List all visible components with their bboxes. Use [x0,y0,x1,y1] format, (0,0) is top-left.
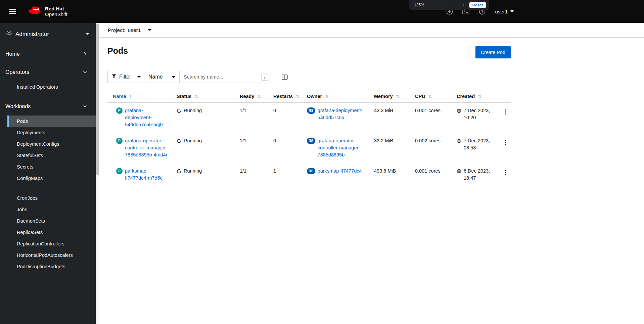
sort-icon[interactable]: ⇅ [194,94,198,99]
sidebar-item-home[interactable]: Home [0,45,96,63]
sync-running-icon [177,169,181,176]
sort-icon[interactable]: ⇅ [396,94,400,99]
filter-dropdown[interactable]: Filter [107,71,144,83]
replicaset-badge: RS [307,138,315,144]
create-pod-button[interactable]: Create Pod [475,46,511,58]
sidebar-subitem[interactable]: DeploymentConfigs [7,138,96,150]
manage-columns-icon[interactable] [280,73,289,81]
sort-icon[interactable]: ⇅ [478,94,481,99]
column-header[interactable]: CPU ⇅ [410,90,451,102]
workloads-subnav: Pods Deployments DeploymentConfigs State… [0,115,96,277]
actions-cell [496,163,514,186]
zoom-out-button[interactable]: − [449,2,457,8]
zoom-level: 125% [414,3,424,7]
sidebar-subitem[interactable]: CronJobs [7,192,96,204]
column-header[interactable]: Status ⇅ [171,90,234,102]
pod-name-link[interactable]: grafana-deployment-546dd57c55-bgjl7 [125,107,169,128]
sidebar-subitem[interactable]: DaemonSets [7,215,96,227]
column-header[interactable]: Owner ⇅ [302,90,369,102]
sort-icon[interactable]: ⇅ [296,94,300,99]
memory-cell: 33.2 MiB [369,133,410,163]
sidebar-subitem[interactable]: ConfigMaps [7,173,96,184]
owner-link[interactable]: grafana-deployment-546dd57c55 [318,107,366,121]
kebab-menu-icon[interactable] [502,168,510,177]
name-cell: P grafana-deployment-546dd57c55-bgjl7 [107,103,171,133]
zoom-in-button[interactable]: + [459,2,467,8]
sidebar-subitem[interactable]: Pods [7,115,96,127]
operators-subnav: Installed Operators [0,81,96,97]
globe-icon [457,138,461,145]
column-header[interactable]: Memory ⇅ [369,90,410,102]
table-row: P grafana-operator-controller-manager-78… [107,133,511,163]
sync-running-icon [177,138,181,145]
table-body: P grafana-deployment-546dd57c55-bgjl7 Ru… [107,103,511,186]
column-header[interactable]: Name ↑ [107,90,171,102]
column-header[interactable]: Restarts ⇅ [268,90,302,102]
sidebar-subitem[interactable]: StatefulSets [7,150,96,161]
project-selector[interactable]: Project: user1 [108,27,151,33]
name-cell: P parksmap-ff7477dc4-m7d5c [107,163,171,186]
sidebar-item-operators[interactable]: Operators [0,63,96,81]
pod-name-link[interactable]: grafana-operator-controller-manager-7885… [125,137,169,158]
replicaset-badge: RS [307,168,315,174]
sort-icon[interactable]: ⇅ [325,94,329,99]
created-cell: 7 Dec 2023, 10:20 [451,103,496,133]
chevron-down-icon [137,76,141,78]
kebab-menu-icon[interactable] [502,137,510,147]
zoom-reset-button[interactable]: Reset [469,2,486,8]
sidebar-subitem[interactable]: Secrets [7,161,96,173]
status-cell: Running [171,103,234,133]
search-input[interactable] [180,74,261,80]
gear-icon [6,30,12,38]
owner-link[interactable]: grafana-operator-controller-manager-7885… [318,137,366,158]
chevron-down-icon [172,76,175,78]
pod-badge: P [116,168,123,174]
table-row: P grafana-deployment-546dd57c55-bgjl7 Ru… [107,103,511,133]
redhat-hat-icon [28,6,42,17]
owner-link[interactable]: parksmap-ff7477dc4 [318,168,362,175]
project-value: user1 [128,27,141,33]
hamburger-menu-icon[interactable] [9,7,17,15]
sidebar-subitem[interactable]: ReplicationControllers [7,238,96,249]
chevron-right-icon [83,51,87,57]
sidebar-scrollbar[interactable] [96,23,99,324]
sidebar-nav: Administrator Home Operators Installed O… [0,23,96,324]
chevron-down-icon [83,103,87,109]
globe-icon [457,108,461,115]
pod-badge: P [116,107,123,114]
pod-name-link[interactable]: parksmap-ff7477dc4-m7d5c [125,168,169,182]
perspective-switcher[interactable]: Administrator [0,23,96,45]
created-cell: 6 Dec 2023, 18:47 [451,163,496,186]
status-cell: Running [171,163,234,186]
actions-cell [496,103,514,133]
search-attribute-dropdown[interactable]: Name [144,71,180,83]
sidebar-group-divider [17,188,87,188]
sidebar-subitem[interactable]: Installed Operators [7,81,96,93]
memory-cell: 493.8 MiB [369,163,410,186]
toolbar: Filter Name / [107,71,511,83]
page-title: Pods [107,46,128,56]
sidebar-subitem[interactable]: HorizontalPodAutoscalers [7,249,96,261]
actions-cell [496,133,514,163]
column-header[interactable]: Ready ⇅ [234,90,268,102]
perspective-label: Administrator [15,31,49,38]
sort-icon[interactable]: ⇅ [428,94,432,99]
sort-icon[interactable]: ↑ [129,94,132,99]
sidebar-subitem[interactable]: Jobs [7,204,96,215]
column-header[interactable]: Created ⇅ [451,90,496,102]
project-label: Project: [108,27,126,33]
sort-icon[interactable]: ⇅ [258,94,261,99]
name-cell: P grafana-operator-controller-manager-78… [107,133,171,163]
sidebar-subitem[interactable]: PodDisruptionBudgets [7,261,96,272]
kebab-menu-icon[interactable] [502,107,510,117]
masthead: Red Hat OpenShift ? user1 125% − + Reset [0,0,644,23]
sidebar-subitem[interactable]: ReplicaSets [7,227,96,238]
pod-badge: P [116,138,123,144]
sidebar-item-workloads[interactable]: Workloads [0,97,96,115]
cpu-cell: 0.002 cores [410,133,451,163]
chevron-down-icon [148,29,151,31]
user-menu[interactable]: user1 [495,9,514,14]
sidebar-subitem[interactable]: Deployments [7,127,96,138]
sidebar-scrollbar-thumb[interactable] [96,24,99,175]
chevron-down-icon [83,69,87,75]
